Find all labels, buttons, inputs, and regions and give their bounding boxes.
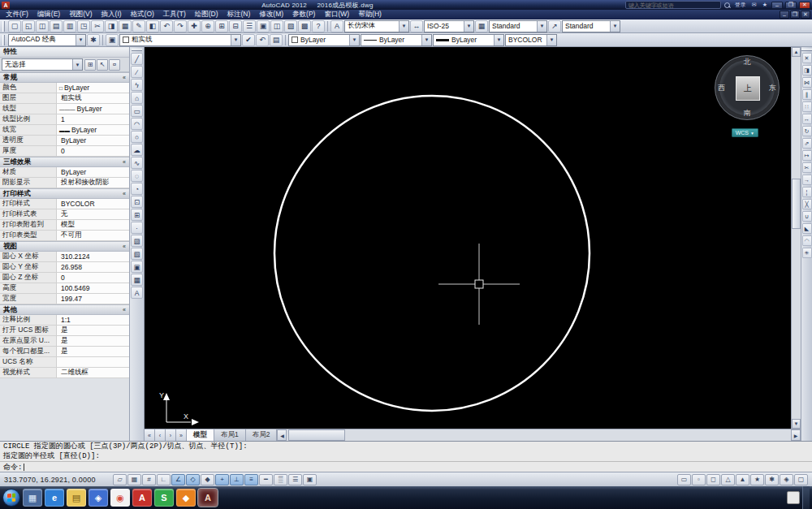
quick-view-layouts-button[interactable]: ▫ — [692, 474, 706, 485]
paste-icon[interactable]: ▦ — [119, 20, 132, 32]
section-view-header[interactable]: 视图« — [0, 241, 129, 252]
break-icon[interactable]: ╳ — [802, 199, 812, 209]
extend-icon[interactable]: → — [802, 175, 812, 185]
taskbar-folder-icon[interactable]: ▤ — [67, 489, 86, 507]
taskbar-chrome-icon[interactable]: ◉ — [110, 489, 130, 507]
communication-center-icon[interactable]: ✉ — [750, 2, 758, 8]
property-row[interactable]: 每个视口都显... 是 — [0, 347, 129, 357]
chamfer-icon[interactable]: ◣ — [802, 223, 812, 234]
chevron-down-icon[interactable]: ▼ — [546, 35, 556, 45]
circle-icon[interactable]: ○ — [131, 131, 143, 143]
app-icon[interactable]: A — [2, 2, 10, 9]
select-objects-icon[interactable]: ↖ — [97, 59, 108, 71]
drawing-canvas[interactable]: Y X 北 南 西 东 上 WCS▼ — [145, 47, 791, 429]
array-icon[interactable]: ∷ — [802, 101, 812, 112]
gradient-icon[interactable]: ▧ — [131, 248, 143, 260]
selection-combo[interactable]: 无选择▼ — [2, 58, 83, 71]
pan-icon[interactable]: ✚ — [188, 20, 201, 32]
rotate-icon[interactable]: ↻ — [802, 126, 812, 136]
spline-icon[interactable]: ∿ — [131, 157, 143, 169]
quick-properties-toggle[interactable]: ☰ — [288, 474, 302, 485]
table-icon[interactable]: ▦ — [131, 274, 143, 286]
menu-item[interactable]: 工具(T) — [159, 10, 190, 19]
minimize-button[interactable]: – — [771, 2, 783, 9]
property-row[interactable]: 阴影显示 投射和接收阴影 — [0, 178, 129, 188]
scale-icon[interactable]: ⇗ — [802, 138, 812, 149]
explode-icon[interactable]: ✳ — [802, 248, 812, 258]
property-row[interactable]: 颜色 □ByLayer — [0, 83, 129, 93]
infer-constraints-toggle[interactable]: ▱ — [113, 474, 127, 485]
doc-restore-button[interactable]: ❐ — [790, 11, 800, 19]
horizontal-scroll-thumb[interactable] — [288, 429, 345, 441]
viewcube-north-label[interactable]: 北 — [744, 57, 751, 67]
pickadd-toggle-icon[interactable]: ⊞ — [84, 59, 96, 71]
annotation-scale-button[interactable]: △ — [721, 474, 735, 485]
3d-object-snap-toggle[interactable]: ◆ — [201, 474, 214, 485]
chevron-down-icon[interactable]: ▼ — [421, 35, 431, 45]
table-style-combo[interactable]: Standard▼ — [489, 20, 547, 32]
tool-palettes-icon[interactable]: ◫ — [270, 20, 283, 32]
chevron-down-icon[interactable]: ▼ — [399, 21, 408, 32]
mirror-icon[interactable]: ⋈ — [802, 77, 812, 88]
menu-item[interactable]: 修改(M) — [255, 10, 287, 19]
auto-annotation-scale-button[interactable]: ★ — [750, 474, 764, 485]
layer-states-icon[interactable]: ▤ — [270, 34, 283, 46]
menu-item[interactable]: 插入(I) — [97, 10, 126, 19]
trim-icon[interactable]: ✂ — [802, 162, 812, 173]
taskbar-desktop-icon[interactable]: ▦ — [23, 489, 42, 507]
polyline-icon[interactable]: ϟ — [131, 79, 143, 91]
viewcube[interactable]: 北 南 西 东 上 — [715, 55, 780, 120]
workspace-settings-icon[interactable]: ✱ — [87, 34, 100, 46]
property-row[interactable]: 线宽 ▬▬ByLayer — [0, 125, 129, 136]
dim-style-combo[interactable]: ISO-25▼ — [424, 20, 474, 32]
workspace-switching-button[interactable]: ✱ — [765, 474, 779, 485]
ellipse-arc-icon[interactable]: ◔ — [131, 183, 143, 195]
property-row[interactable]: 在原点显示 U... 是 — [0, 336, 129, 347]
property-row[interactable]: 打印表附着到 模型 — [0, 220, 129, 231]
section-general-header[interactable]: 常规« — [0, 72, 129, 83]
grid-display-toggle[interactable]: # — [142, 474, 156, 485]
scroll-up-button[interactable]: ▲ — [792, 47, 801, 57]
tab-model[interactable]: 模型 — [187, 429, 214, 441]
vertical-scroll-track[interactable] — [792, 57, 801, 419]
chevron-down-icon[interactable]: ▼ — [72, 59, 82, 70]
horizontal-scroll-track[interactable] — [287, 429, 791, 441]
polar-tracking-toggle[interactable]: ∠ — [171, 474, 185, 485]
tab-nav-button[interactable]: › — [166, 429, 176, 441]
menu-item[interactable]: 格式(O) — [127, 10, 158, 19]
zoom-realtime-icon[interactable]: ⊕ — [201, 20, 214, 32]
wcs-selector[interactable]: WCS▼ — [732, 128, 758, 137]
tray-icon[interactable] — [787, 491, 800, 504]
vertical-scroll-thumb[interactable] — [792, 179, 801, 229]
layer-properties-icon[interactable]: ▣ — [106, 34, 119, 46]
palette-title[interactable]: 特性 — [0, 47, 129, 58]
dynamic-ucs-toggle[interactable]: ⊥ — [230, 474, 244, 485]
plot-icon[interactable]: ▤ — [50, 20, 63, 32]
taskbar-media-player-icon[interactable]: ◈ — [89, 489, 108, 507]
object-snap-toggle[interactable]: ◇ — [186, 474, 200, 485]
collapse-icon[interactable]: « — [123, 191, 126, 196]
properties-icon[interactable]: ☰ — [243, 20, 256, 32]
snap-mode-toggle[interactable]: ▦ — [127, 474, 141, 485]
hatch-icon[interactable]: ▨ — [131, 235, 143, 247]
help-icon[interactable]: ? — [312, 20, 325, 32]
property-row[interactable]: 打印表类型 不可用 — [0, 231, 129, 241]
fillet-icon[interactable]: ◠ — [802, 235, 812, 246]
tab-layout1[interactable]: 布局1 — [214, 429, 246, 441]
zoom-previous-icon[interactable]: ⊟ — [229, 20, 242, 32]
property-row[interactable]: 材质 ByLayer — [0, 167, 129, 178]
command-input[interactable]: 命令: — [0, 461, 812, 472]
chevron-down-icon[interactable]: ▼ — [494, 35, 503, 45]
offset-icon[interactable]: ∥ — [802, 89, 812, 100]
color-combo[interactable]: ByLayer▼ — [288, 34, 360, 46]
point-icon[interactable]: · — [131, 222, 143, 234]
insert-block-icon[interactable]: ⊡ — [131, 196, 143, 208]
stretch-icon[interactable]: ↦ — [802, 150, 812, 161]
menu-item[interactable]: 视图(V) — [65, 10, 96, 19]
redo-icon[interactable]: ↷ — [174, 20, 187, 32]
zoom-window-icon[interactable]: ⊞ — [215, 20, 228, 32]
taskbar-adobe-reader-icon[interactable]: A — [132, 489, 152, 507]
region-icon[interactable]: ▣ — [131, 261, 143, 273]
construction-line-icon[interactable]: ∕ — [131, 66, 143, 78]
plot-style-combo[interactable]: BYCOLOR▼ — [505, 34, 557, 46]
